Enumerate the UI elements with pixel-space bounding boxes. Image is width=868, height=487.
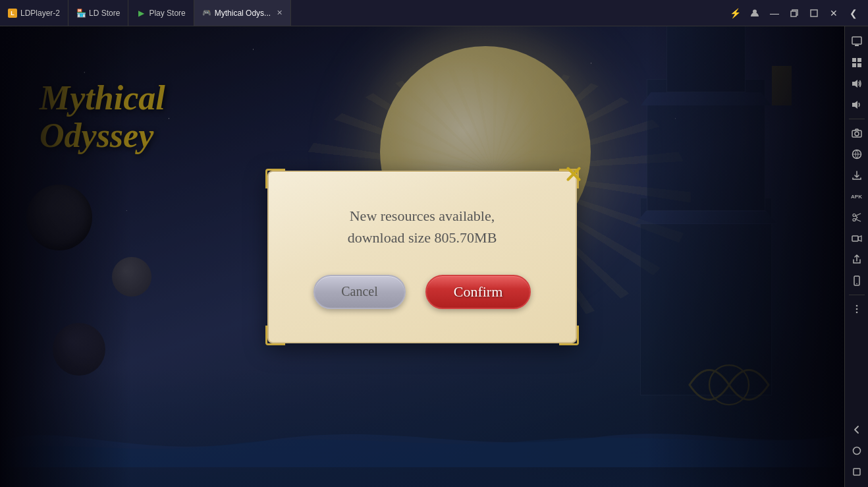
phone-button[interactable] [847,271,867,291]
share-button[interactable] [847,250,867,270]
mythical-icon: 🎮 [202,9,211,18]
volume-up-icon [852,78,862,89]
titlebar-controls: ⚡ — ✕ ❮ [726,4,868,22]
svg-rect-5 [855,45,859,46]
user-button[interactable] [746,4,764,22]
dialog-message-line2: download size 805.70MB [302,227,543,248]
camera-button[interactable] [847,123,867,143]
more-icon [852,304,862,314]
share-icon [852,254,862,265]
display-icon [852,36,862,47]
dialog-overlay: New resources available, download size 8… [0,26,844,487]
tab-mythical-close[interactable]: ✕ [277,9,283,17]
svg-rect-6 [852,58,856,62]
svg-point-24 [855,305,857,307]
svg-line-17 [855,214,861,216]
tab-mythical-label: Mythical Odys... [215,9,271,18]
volume-down-icon [852,100,862,110]
phone-icon [852,275,862,286]
ldplayer-icon: L [8,9,17,18]
nav-square-icon [852,467,861,476]
video-icon [852,233,862,244]
svg-point-23 [856,283,857,285]
svg-point-16 [853,219,855,221]
download-icon [852,170,862,181]
svg-rect-9 [857,63,861,67]
sidebar-divider-2 [849,295,865,295]
close-button[interactable]: ✕ [825,4,843,22]
maximize-icon [810,9,818,17]
volume-down-button[interactable] [847,95,867,115]
earth-icon [852,149,862,159]
nav-back-button[interactable] [847,420,867,440]
svg-point-26 [855,312,857,314]
playstore-icon: ▶ [136,9,146,18]
svg-rect-21 [852,236,858,241]
video-record-button[interactable] [847,229,867,248]
restore-icon [790,9,798,17]
download-button[interactable] [847,165,867,185]
grid-button[interactable] [847,53,867,72]
display-button[interactable] [847,32,867,51]
svg-rect-8 [852,63,856,67]
svg-point-25 [855,308,857,310]
svg-rect-2 [811,10,817,16]
svg-marker-11 [852,101,857,109]
dialog-message-line1: New resources available, [302,205,543,227]
close-x-icon [562,162,585,186]
back-button[interactable]: ❮ [844,4,863,22]
tab-ldplayer2-label: LDPlayer-2 [20,9,60,18]
sidebar-divider-1 [849,119,865,119]
tab-mythical[interactable]: 🎮 Mythical Odys... ✕ [194,0,291,26]
scissors-button[interactable] [847,208,867,227]
nav-circle-icon [852,446,861,455]
svg-rect-28 [854,469,860,475]
dialog-box: New resources available, download size 8… [267,171,577,343]
right-sidebar: APK [844,26,868,487]
nav-back-icon [852,425,861,434]
dialog-message: New resources available, download size 8… [302,205,543,248]
svg-point-15 [853,214,855,217]
tab-ldplayer2[interactable]: L LDPlayer-2 [0,0,68,26]
more-button[interactable] [847,299,867,319]
cancel-button[interactable]: Cancel [313,275,406,309]
earth-button[interactable] [847,144,867,164]
titlebar: L LDPlayer-2 🏪 LD Store ▶ Play Store 🎮 M… [0,0,868,26]
user-icon [750,9,759,18]
game-area: Mythical Odyssey [0,26,844,487]
tab-playstore[interactable]: ▶ Play Store [128,0,194,26]
svg-line-18 [855,219,861,222]
dialog-corner-br [559,326,579,345]
ldstore-icon: 🏪 [76,9,86,18]
confirm-button[interactable]: Confirm [425,275,531,309]
svg-rect-7 [857,58,861,62]
tab-ldstore-label: LD Store [89,9,120,18]
dialog-close-button[interactable] [560,160,587,188]
dialog-corner-tl [265,169,285,188]
svg-rect-1 [791,11,796,16]
svg-point-27 [853,447,860,455]
nav-square-button[interactable] [847,462,867,482]
svg-point-13 [855,132,859,136]
svg-marker-10 [852,80,857,88]
scissors-icon [852,212,862,223]
apk-button[interactable]: APK [847,186,867,206]
lightning-button[interactable]: ⚡ [726,4,744,22]
grid-icon [852,57,862,68]
camera-icon [852,128,862,138]
volume-up-button[interactable] [847,74,867,94]
dialog-corner-bl [265,326,285,345]
tab-ldstore[interactable]: 🏪 LD Store [68,0,128,26]
maximize-button[interactable] [805,4,823,22]
restore-button[interactable] [785,4,803,22]
dialog-buttons: Cancel Confirm [302,275,543,309]
tab-playstore-label: Play Store [149,9,185,18]
svg-line-20 [855,217,857,219]
nav-circle-button[interactable] [847,441,867,461]
svg-rect-4 [852,37,861,44]
minimize-button[interactable]: — [765,4,784,22]
